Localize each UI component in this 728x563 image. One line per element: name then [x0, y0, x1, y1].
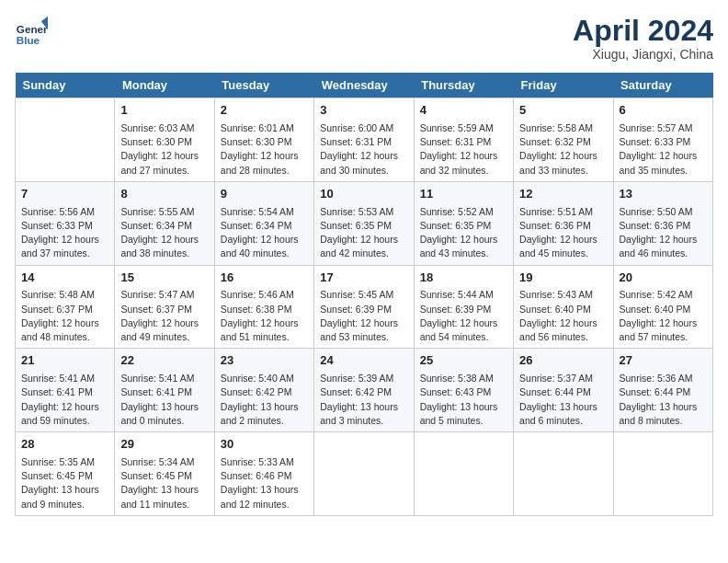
svg-text:Blue: Blue: [17, 34, 40, 46]
day-number: 14: [21, 270, 108, 287]
calendar-table: SundayMondayTuesdayWednesdayThursdayFrid…: [15, 73, 713, 516]
calendar-cell: 19Sunrise: 5:43 AM Sunset: 6:40 PM Dayli…: [514, 265, 613, 349]
day-info: Sunrise: 5:59 AM Sunset: 6:31 PM Dayligh…: [420, 121, 507, 178]
day-info: Sunrise: 5:36 AM Sunset: 6:44 PM Dayligh…: [620, 372, 707, 428]
calendar-cell: 15Sunrise: 5:47 AM Sunset: 6:37 PM Dayli…: [115, 265, 214, 349]
day-number: 11: [420, 186, 507, 203]
title-block: April 2024 Xiugu, Jiangxi, China: [573, 15, 713, 62]
day-info: Sunrise: 5:57 AM Sunset: 6:33 PM Dayligh…: [620, 121, 707, 178]
calendar-week-row: 21Sunrise: 5:41 AM Sunset: 6:41 PM Dayli…: [16, 349, 713, 432]
day-info: Sunrise: 5:47 AM Sunset: 6:37 PM Dayligh…: [120, 288, 208, 344]
calendar-cell: 12Sunrise: 5:51 AM Sunset: 6:36 PM Dayli…: [514, 181, 613, 265]
day-number: 10: [320, 186, 407, 203]
day-number: 18: [420, 270, 507, 287]
day-info: Sunrise: 5:33 AM Sunset: 6:46 PM Dayligh…: [221, 455, 308, 511]
day-number: 4: [420, 102, 507, 120]
calendar-week-row: 28Sunrise: 5:35 AM Sunset: 6:45 PM Dayli…: [16, 432, 713, 516]
day-number: 9: [221, 186, 308, 203]
calendar-week-row: 7Sunrise: 5:56 AM Sunset: 6:33 PM Daylig…: [16, 181, 713, 265]
day-info: Sunrise: 5:55 AM Sunset: 6:34 PM Dayligh…: [120, 205, 208, 261]
calendar-cell: 3Sunrise: 6:00 AM Sunset: 6:31 PM Daylig…: [314, 98, 414, 182]
day-number: 1: [120, 102, 208, 120]
day-info: Sunrise: 5:45 AM Sunset: 6:39 PM Dayligh…: [320, 288, 407, 344]
day-number: 29: [120, 436, 208, 454]
calendar-cell: 9Sunrise: 5:54 AM Sunset: 6:34 PM Daylig…: [214, 181, 313, 265]
day-info: Sunrise: 6:00 AM Sunset: 6:31 PM Dayligh…: [320, 121, 407, 178]
day-number: 23: [221, 352, 308, 370]
day-info: Sunrise: 5:41 AM Sunset: 6:41 PM Dayligh…: [120, 372, 208, 428]
weekday-header: Thursday: [414, 73, 513, 98]
calendar-cell: 14Sunrise: 5:48 AM Sunset: 6:37 PM Dayli…: [16, 265, 115, 349]
calendar-cell: [613, 432, 712, 516]
day-info: Sunrise: 5:48 AM Sunset: 6:37 PM Dayligh…: [21, 288, 108, 344]
calendar-week-row: 14Sunrise: 5:48 AM Sunset: 6:37 PM Dayli…: [16, 265, 713, 349]
calendar-cell: 23Sunrise: 5:40 AM Sunset: 6:42 PM Dayli…: [214, 349, 313, 432]
day-number: 27: [620, 352, 707, 370]
day-info: Sunrise: 5:51 AM Sunset: 6:36 PM Dayligh…: [519, 205, 607, 261]
calendar-cell: 21Sunrise: 5:41 AM Sunset: 6:41 PM Dayli…: [16, 349, 115, 432]
day-info: Sunrise: 5:54 AM Sunset: 6:34 PM Dayligh…: [221, 205, 308, 261]
calendar-cell: 17Sunrise: 5:45 AM Sunset: 6:39 PM Dayli…: [314, 265, 414, 349]
day-info: Sunrise: 5:44 AM Sunset: 6:39 PM Dayligh…: [420, 288, 507, 344]
day-info: Sunrise: 5:37 AM Sunset: 6:44 PM Dayligh…: [519, 372, 607, 428]
calendar-cell: 29Sunrise: 5:34 AM Sunset: 6:45 PM Dayli…: [115, 432, 214, 516]
day-info: Sunrise: 6:03 AM Sunset: 6:30 PM Dayligh…: [120, 121, 208, 178]
weekday-header: Wednesday: [314, 73, 414, 98]
calendar-cell: 18Sunrise: 5:44 AM Sunset: 6:39 PM Dayli…: [414, 265, 513, 349]
day-number: 15: [120, 270, 208, 287]
calendar-cell: 2Sunrise: 6:01 AM Sunset: 6:30 PM Daylig…: [214, 98, 313, 182]
weekday-header: Friday: [514, 73, 613, 98]
location: Xiugu, Jiangxi, China: [573, 47, 713, 62]
day-info: Sunrise: 5:41 AM Sunset: 6:41 PM Dayligh…: [21, 372, 108, 428]
day-info: Sunrise: 6:01 AM Sunset: 6:30 PM Dayligh…: [221, 121, 308, 178]
day-info: Sunrise: 5:56 AM Sunset: 6:33 PM Dayligh…: [21, 205, 108, 261]
calendar-cell: 26Sunrise: 5:37 AM Sunset: 6:44 PM Dayli…: [514, 349, 613, 432]
day-info: Sunrise: 5:58 AM Sunset: 6:32 PM Dayligh…: [519, 121, 607, 178]
calendar-cell: [16, 98, 115, 182]
day-number: 12: [519, 186, 607, 203]
day-number: 2: [221, 102, 308, 120]
day-number: 6: [620, 102, 707, 120]
calendar-cell: 20Sunrise: 5:42 AM Sunset: 6:40 PM Dayli…: [613, 265, 712, 349]
day-number: 16: [221, 270, 308, 287]
weekday-header-row: SundayMondayTuesdayWednesdayThursdayFrid…: [16, 73, 713, 98]
calendar-cell: 24Sunrise: 5:39 AM Sunset: 6:42 PM Dayli…: [314, 349, 414, 432]
calendar-cell: [314, 432, 414, 516]
weekday-header: Saturday: [613, 73, 712, 98]
day-number: 25: [420, 352, 507, 370]
day-number: 19: [519, 270, 607, 287]
day-number: 22: [120, 352, 208, 370]
day-info: Sunrise: 5:46 AM Sunset: 6:38 PM Dayligh…: [221, 288, 308, 344]
day-number: 3: [320, 102, 407, 120]
calendar-cell: 27Sunrise: 5:36 AM Sunset: 6:44 PM Dayli…: [613, 349, 712, 432]
calendar-cell: 13Sunrise: 5:50 AM Sunset: 6:36 PM Dayli…: [613, 181, 712, 265]
calendar-cell: [514, 432, 613, 516]
day-number: 5: [519, 102, 607, 120]
day-number: 24: [320, 352, 407, 370]
calendar-cell: [414, 432, 513, 516]
weekday-header: Monday: [115, 73, 214, 98]
calendar-cell: 4Sunrise: 5:59 AM Sunset: 6:31 PM Daylig…: [414, 98, 513, 182]
day-info: Sunrise: 5:52 AM Sunset: 6:35 PM Dayligh…: [420, 205, 507, 261]
day-number: 26: [519, 352, 607, 370]
day-number: 13: [620, 186, 707, 203]
calendar-cell: 22Sunrise: 5:41 AM Sunset: 6:41 PM Dayli…: [115, 349, 214, 432]
day-number: 7: [21, 186, 108, 203]
day-info: Sunrise: 5:42 AM Sunset: 6:40 PM Dayligh…: [620, 288, 707, 344]
calendar-cell: 30Sunrise: 5:33 AM Sunset: 6:46 PM Dayli…: [214, 432, 313, 516]
day-number: 21: [21, 352, 108, 370]
day-info: Sunrise: 5:50 AM Sunset: 6:36 PM Dayligh…: [620, 205, 707, 261]
calendar-cell: 11Sunrise: 5:52 AM Sunset: 6:35 PM Dayli…: [414, 181, 513, 265]
day-info: Sunrise: 5:39 AM Sunset: 6:42 PM Dayligh…: [320, 372, 407, 428]
day-number: 8: [120, 186, 208, 203]
calendar-week-row: 1Sunrise: 6:03 AM Sunset: 6:30 PM Daylig…: [16, 98, 713, 182]
logo-icon: General Blue: [15, 15, 48, 48]
day-number: 20: [620, 270, 707, 287]
day-number: 30: [221, 436, 308, 454]
calendar-cell: 1Sunrise: 6:03 AM Sunset: 6:30 PM Daylig…: [115, 98, 214, 182]
day-number: 17: [320, 270, 407, 287]
calendar-cell: 6Sunrise: 5:57 AM Sunset: 6:33 PM Daylig…: [613, 98, 712, 182]
day-info: Sunrise: 5:34 AM Sunset: 6:45 PM Dayligh…: [120, 455, 208, 511]
day-info: Sunrise: 5:43 AM Sunset: 6:40 PM Dayligh…: [519, 288, 607, 344]
day-info: Sunrise: 5:35 AM Sunset: 6:45 PM Dayligh…: [21, 455, 108, 511]
